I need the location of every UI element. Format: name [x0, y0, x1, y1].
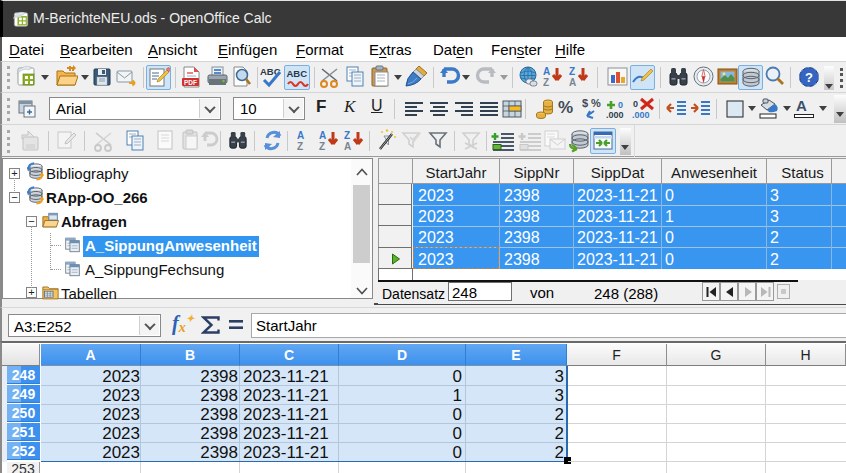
- svg-text:$: $: [582, 97, 588, 109]
- svg-text:A: A: [297, 130, 304, 141]
- svg-text:Z: Z: [543, 77, 549, 88]
- svg-text:?: ?: [805, 70, 813, 85]
- svg-text:Z: Z: [297, 141, 303, 152]
- svg-text:0: 0: [618, 100, 623, 110]
- svg-text:.000: .000: [606, 110, 624, 120]
- svg-text:Z: Z: [569, 66, 575, 77]
- svg-text:A: A: [543, 66, 550, 77]
- svg-text:%: %: [591, 97, 601, 109]
- svg-text:Z: Z: [319, 141, 325, 152]
- svg-text:PDF: PDF: [184, 79, 197, 86]
- svg-text:A: A: [319, 130, 326, 141]
- svg-text:0: 0: [633, 99, 638, 109]
- svg-text:.000: .000: [632, 110, 650, 120]
- svg-text:Z: Z: [344, 130, 350, 141]
- svg-text:A: A: [344, 141, 351, 152]
- svg-text:A: A: [569, 77, 576, 88]
- svg-text:ABC: ABC: [287, 68, 308, 79]
